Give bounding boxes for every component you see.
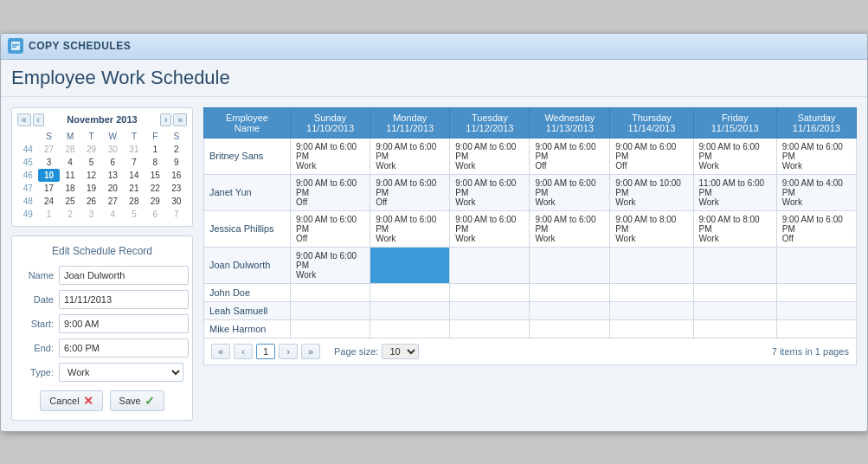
calendar-day[interactable]: 13 (102, 169, 124, 182)
schedule-cell[interactable] (291, 283, 370, 301)
pag-current-page[interactable]: 1 (256, 344, 275, 359)
schedule-cell[interactable]: 9:00 AM to 6:00 PMOff (370, 174, 450, 210)
calendar-day[interactable]: 1 (38, 208, 59, 221)
schedule-cell[interactable] (530, 301, 610, 319)
calendar-day[interactable]: 5 (124, 208, 145, 221)
calendar-day[interactable]: 7 (166, 208, 187, 221)
form-input-name[interactable] (59, 266, 189, 285)
calendar-day[interactable]: 20 (102, 182, 124, 195)
schedule-cell[interactable]: 9:00 AM to 6:00 PMOff (291, 174, 370, 210)
calendar-day[interactable]: 3 (38, 156, 59, 169)
calendar-day[interactable]: 22 (145, 182, 165, 195)
schedule-cell[interactable] (370, 319, 450, 338)
schedule-cell[interactable]: 9:00 AM to 6:00 PMOff (776, 210, 856, 247)
calendar-day[interactable]: 14 (124, 169, 145, 182)
schedule-cell[interactable] (450, 319, 530, 338)
calendar-day[interactable]: 2 (60, 208, 80, 221)
schedule-cell[interactable] (450, 283, 530, 301)
page-size-select[interactable]: 10 25 50 (382, 344, 419, 359)
schedule-cell[interactable] (530, 247, 610, 283)
schedule-cell[interactable]: 9:00 AM to 6:00 PMWork (370, 210, 450, 247)
calendar-day[interactable]: 18 (60, 182, 80, 195)
schedule-cell[interactable] (450, 247, 530, 283)
schedule-cell[interactable] (450, 301, 530, 319)
schedule-cell[interactable]: 9:00 AM to 6:00 PMWork (291, 247, 370, 283)
calendar-day[interactable]: 27 (38, 143, 59, 156)
form-input-date[interactable] (59, 290, 189, 309)
calendar-day[interactable]: 8 (145, 156, 165, 169)
form-input-start[interactable] (59, 314, 189, 333)
schedule-cell[interactable] (291, 301, 370, 319)
schedule-cell[interactable]: 9:00 AM to 6:00 PMWork (530, 210, 610, 247)
calendar-day[interactable]: 11 (60, 169, 80, 182)
form-select-type[interactable]: Work Off Holiday (59, 363, 183, 382)
calendar-day[interactable]: 25 (60, 195, 80, 208)
schedule-cell[interactable] (776, 247, 856, 283)
schedule-cell[interactable]: 9:00 AM to 6:00 PMWork (776, 138, 856, 174)
calendar-day[interactable]: 16 (166, 169, 187, 182)
calendar-day[interactable]: 29 (80, 143, 101, 156)
calendar-day[interactable]: 10 (38, 169, 59, 182)
schedule-cell[interactable] (693, 283, 776, 301)
calendar-prev-btn[interactable]: ‹ (33, 113, 44, 126)
schedule-cell[interactable] (776, 301, 856, 319)
schedule-cell[interactable]: 9:00 AM to 6:00 PMWork (450, 138, 530, 174)
pag-last-btn[interactable]: » (301, 344, 320, 359)
schedule-cell[interactable] (610, 283, 693, 301)
schedule-cell[interactable]: 9:00 AM to 6:00 PMOff (291, 210, 370, 247)
calendar-day[interactable]: 6 (102, 156, 124, 169)
calendar-day[interactable]: 30 (102, 143, 124, 156)
calendar-day[interactable]: 5 (80, 156, 101, 169)
schedule-cell[interactable]: 9:00 AM to 8:00 PMWork (693, 210, 776, 247)
schedule-cell[interactable]: 9:00 AM to 6:00 PMWork (370, 138, 450, 174)
calendar-last-btn[interactable]: » (173, 113, 187, 126)
calendar-day[interactable]: 27 (102, 195, 124, 208)
calendar-day[interactable]: 26 (80, 195, 101, 208)
pag-first-btn[interactable]: « (211, 344, 230, 359)
schedule-cell[interactable]: 11:00 AM to 6:00 PMWork (693, 174, 776, 210)
schedule-cell[interactable] (370, 247, 450, 283)
calendar-day[interactable]: 7 (124, 156, 145, 169)
schedule-cell[interactable] (291, 319, 370, 338)
calendar-day[interactable]: 4 (102, 208, 124, 221)
calendar-day[interactable]: 12 (80, 169, 101, 182)
cancel-button[interactable]: Cancel ✕ (40, 390, 102, 411)
calendar-day[interactable]: 3 (80, 208, 101, 221)
schedule-cell[interactable] (693, 319, 776, 338)
calendar-day[interactable]: 6 (145, 208, 165, 221)
schedule-cell[interactable]: 9:00 AM to 6:00 PMWork (291, 138, 370, 174)
schedule-cell[interactable] (610, 247, 693, 283)
schedule-cell[interactable] (370, 283, 450, 301)
calendar-day[interactable]: 1 (145, 143, 165, 156)
schedule-cell[interactable] (610, 301, 693, 319)
calendar-day[interactable]: 17 (38, 182, 59, 195)
calendar-day[interactable]: 30 (166, 195, 187, 208)
calendar-day[interactable]: 2 (166, 143, 187, 156)
schedule-cell[interactable]: 9:00 AM to 6:00 PMWork (450, 174, 530, 210)
schedule-cell[interactable] (530, 319, 610, 338)
schedule-cell[interactable]: 9:00 AM to 10:00 PMWork (610, 174, 693, 210)
schedule-cell[interactable]: 9:00 AM to 6:00 PMOff (610, 138, 693, 174)
schedule-cell[interactable]: 9:00 AM to 6:00 PMWork (450, 210, 530, 247)
calendar-first-btn[interactable]: « (17, 113, 31, 126)
calendar-day[interactable]: 21 (124, 182, 145, 195)
schedule-cell[interactable] (693, 301, 776, 319)
schedule-cell[interactable]: 9:00 AM to 8:00 PMWork (610, 210, 693, 247)
form-input-end[interactable] (59, 338, 189, 358)
pag-prev-btn[interactable]: ‹ (234, 344, 253, 359)
schedule-cell[interactable] (610, 319, 693, 338)
schedule-cell[interactable]: 9:00 AM to 6:00 PMWork (530, 174, 610, 210)
schedule-cell[interactable] (776, 319, 856, 338)
save-button[interactable]: Save ✓ (110, 390, 164, 411)
calendar-day[interactable]: 28 (60, 143, 80, 156)
schedule-cell[interactable] (693, 247, 776, 283)
schedule-cell[interactable] (530, 283, 610, 301)
schedule-cell[interactable]: 9:00 AM to 6:00 PMOff (530, 138, 610, 174)
schedule-cell[interactable] (776, 283, 856, 301)
calendar-day[interactable]: 19 (80, 182, 101, 195)
calendar-next-btn[interactable]: › (160, 113, 171, 126)
calendar-day[interactable]: 28 (124, 195, 145, 208)
calendar-day[interactable]: 15 (145, 169, 165, 182)
calendar-day[interactable]: 31 (124, 143, 145, 156)
calendar-day[interactable]: 9 (166, 156, 187, 169)
